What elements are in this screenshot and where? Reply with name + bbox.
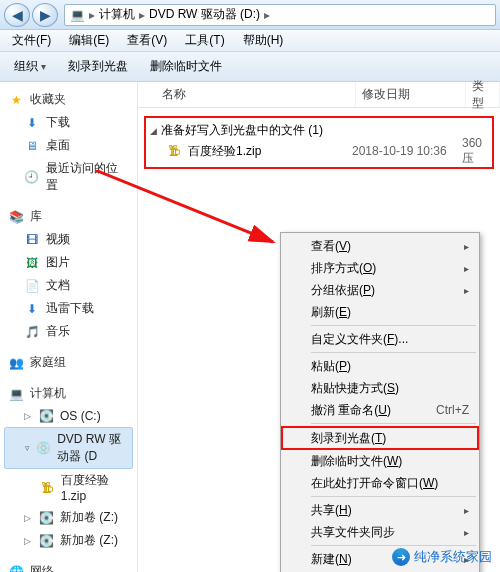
nav-downloads-label: 下载	[46, 114, 70, 131]
crumb-dvd[interactable]: DVD RW 驱动器 (D:)	[149, 6, 260, 23]
chevron-right-icon: ▸	[89, 8, 95, 22]
menubar: 文件(F) 编辑(E) 查看(V) 工具(T) 帮助(H)	[0, 30, 500, 52]
zip-icon: 🗜	[40, 480, 55, 496]
ctx-burn-to-disc[interactable]: 刻录到光盘(T)	[281, 426, 479, 450]
toolbar-burn[interactable]: 刻录到光盘	[62, 56, 134, 77]
nav-network-label: 网络	[30, 563, 54, 572]
col-type[interactable]: 类型	[466, 82, 500, 107]
expand-icon: ▷	[24, 513, 32, 523]
nav-downloads[interactable]: ⬇下载	[0, 111, 137, 134]
nav-volume-1[interactable]: ▷💽新加卷 (Z:)	[0, 506, 137, 529]
toolbar-organize[interactable]: 组织	[8, 56, 52, 77]
nav-zip-file[interactable]: 🗜百度经验1.zip	[0, 469, 137, 506]
nav-documents-label: 文档	[46, 277, 70, 294]
nav-videos[interactable]: 🎞视频	[0, 228, 137, 251]
watermark-text: 纯净系统家园	[414, 548, 492, 566]
star-icon: ★	[8, 92, 24, 108]
nav-desktop[interactable]: 🖥桌面	[0, 134, 137, 157]
ctx-sort[interactable]: 排序方式(O)	[283, 257, 477, 279]
nav-dvd-drive-label: DVD RW 驱动器 (D	[57, 431, 124, 465]
watermark: ➜ 纯净系统家园	[392, 548, 492, 566]
nav-documents[interactable]: 📄文档	[0, 274, 137, 297]
watermark-logo-icon: ➜	[392, 548, 410, 566]
forward-button[interactable]: ▶	[32, 3, 58, 27]
expand-icon: ▷	[24, 536, 32, 546]
library-icon: 📚	[8, 209, 24, 225]
ctx-paste-shortcut[interactable]: 粘贴快捷方式(S)	[283, 377, 477, 399]
nav-pictures[interactable]: 🖼图片	[0, 251, 137, 274]
drive-icon: 💽	[38, 510, 54, 526]
toolbar: 组织 刻录到光盘 删除临时文件	[0, 52, 500, 82]
nav-network[interactable]: 🌐网络	[0, 560, 137, 572]
menu-edit[interactable]: 编辑(E)	[61, 30, 117, 51]
collapse-icon: ◢	[150, 126, 157, 136]
nav-homegroup[interactable]: 👥家庭组	[0, 351, 137, 374]
ctx-share[interactable]: 共享(H)	[283, 499, 477, 521]
nav-dvd-drive[interactable]: ▿💿DVD RW 驱动器 (D	[4, 427, 133, 469]
toolbar-delete-temp[interactable]: 删除临时文件	[144, 56, 228, 77]
menu-help[interactable]: 帮助(H)	[235, 30, 292, 51]
ctx-undo[interactable]: 撤消 重命名(U)Ctrl+Z	[283, 399, 477, 421]
col-date[interactable]: 修改日期	[356, 82, 466, 107]
nav-computer[interactable]: 💻计算机	[0, 382, 137, 405]
file-row[interactable]: 🗜百度经验1.zip 2018-10-19 10:36 360压	[150, 141, 488, 161]
nav-volume-2-label: 新加卷 (Z:)	[60, 532, 118, 549]
menu-tools[interactable]: 工具(T)	[177, 30, 232, 51]
separator	[311, 423, 476, 424]
ctx-paste[interactable]: 粘贴(P)	[283, 355, 477, 377]
collapse-icon: ▿	[25, 443, 30, 453]
ctx-sync[interactable]: 共享文件夹同步	[283, 521, 477, 543]
menu-file[interactable]: 文件(F)	[4, 30, 59, 51]
document-icon: 📄	[24, 278, 40, 294]
nav-music[interactable]: 🎵音乐	[0, 320, 137, 343]
download-icon: ⬇	[24, 115, 40, 131]
nav-libraries[interactable]: 📚库	[0, 205, 137, 228]
download-icon: ⬇	[24, 301, 40, 317]
nav-videos-label: 视频	[46, 231, 70, 248]
column-headers: 名称 修改日期 类型	[138, 82, 500, 108]
computer-icon: 💻	[69, 7, 85, 23]
nav-recent[interactable]: 🕘最近访问的位置	[0, 157, 137, 197]
separator	[311, 325, 476, 326]
homegroup-icon: 👥	[8, 355, 24, 371]
nav-favorites-label: 收藏夹	[30, 91, 66, 108]
chevron-right-icon: ▸	[264, 8, 270, 22]
file-group-header[interactable]: ◢ 准备好写入到光盘中的文件 (1)	[150, 120, 488, 141]
crumb-root[interactable]: 💻	[69, 7, 85, 23]
file-list[interactable]: ◢ 准备好写入到光盘中的文件 (1) 🗜百度经验1.zip 2018-10-19…	[138, 108, 500, 175]
ctx-view[interactable]: 查看(V)	[283, 235, 477, 257]
dvd-icon: 💿	[36, 440, 51, 456]
nav-xunlei-label: 迅雷下载	[46, 300, 94, 317]
menu-view[interactable]: 查看(V)	[119, 30, 175, 51]
context-menu: 查看(V) 排序方式(O) 分组依据(P) 刷新(E) 自定义文件夹(F)...…	[280, 232, 480, 572]
nav-drive-c[interactable]: ▷💽OS (C:)	[0, 405, 137, 427]
titlebar: ◀ ▶ 💻 ▸ 计算机 ▸ DVD RW 驱动器 (D:) ▸	[0, 0, 500, 30]
ctx-group[interactable]: 分组依据(P)	[283, 279, 477, 301]
nav-computer-label: 计算机	[30, 385, 66, 402]
file-name: 百度经验1.zip	[188, 143, 261, 160]
picture-icon: 🖼	[24, 255, 40, 271]
drive-icon: 💽	[38, 408, 54, 424]
computer-icon: 💻	[8, 386, 24, 402]
network-icon: 🌐	[8, 564, 24, 573]
music-icon: 🎵	[24, 324, 40, 340]
separator	[311, 545, 476, 546]
nav-volume-2[interactable]: ▷💽新加卷 (Z:)	[0, 529, 137, 552]
ctx-open-cmd[interactable]: 在此处打开命令窗口(W)	[283, 472, 477, 494]
nav-buttons: ◀ ▶	[4, 3, 58, 27]
col-name[interactable]: 名称	[156, 82, 356, 107]
nav-favorites[interactable]: ★收藏夹	[0, 88, 137, 111]
ctx-refresh[interactable]: 刷新(E)	[283, 301, 477, 323]
ctx-customize-folder[interactable]: 自定义文件夹(F)...	[283, 328, 477, 350]
nav-pictures-label: 图片	[46, 254, 70, 271]
nav-xunlei[interactable]: ⬇迅雷下载	[0, 297, 137, 320]
ctx-delete-temp[interactable]: 删除临时文件(W)	[283, 450, 477, 472]
nav-desktop-label: 桌面	[46, 137, 70, 154]
breadcrumb[interactable]: 💻 ▸ 计算机 ▸ DVD RW 驱动器 (D:) ▸	[64, 4, 496, 26]
back-button[interactable]: ◀	[4, 3, 30, 27]
nav-volume-1-label: 新加卷 (Z:)	[60, 509, 118, 526]
nav-recent-label: 最近访问的位置	[46, 160, 129, 194]
crumb-computer[interactable]: 计算机	[99, 6, 135, 23]
annotation-box: ◢ 准备好写入到光盘中的文件 (1) 🗜百度经验1.zip 2018-10-19…	[144, 116, 494, 169]
zip-icon: 🗜	[166, 143, 182, 159]
